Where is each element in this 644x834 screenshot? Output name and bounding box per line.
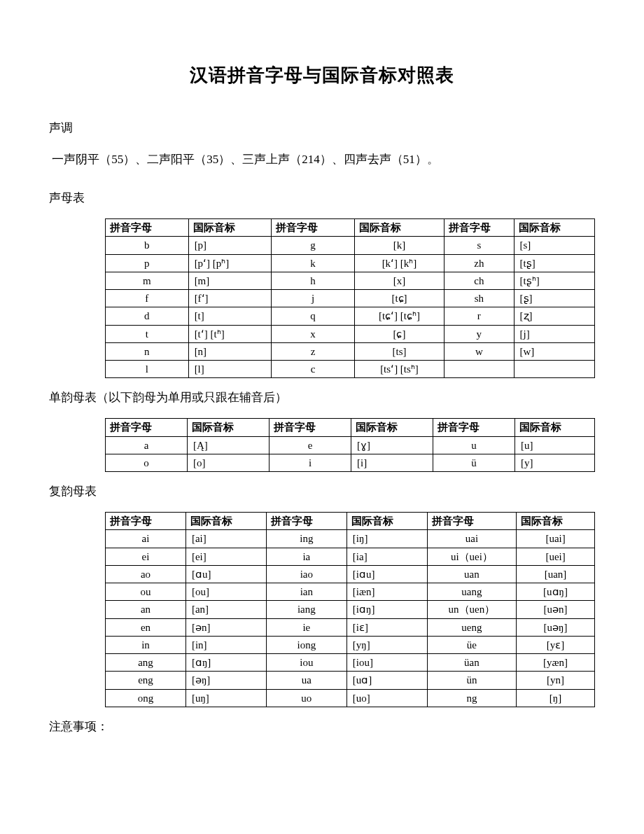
pinyin-cell: p [106, 254, 189, 272]
pinyin-cell: ie [266, 618, 346, 636]
table-row: an[an]iang[iɑŋ]un（uen）[uən] [106, 601, 595, 618]
pinyin-cell: n [106, 342, 189, 360]
ipa-cell: [iɑŋ] [346, 601, 427, 618]
pinyin-cell: u [433, 436, 515, 454]
pinyin-cell: ou [106, 583, 186, 601]
pinyin-cell: uo [266, 689, 346, 707]
pinyin-cell: üan [427, 654, 516, 672]
ipa-cell: [ɣ] [351, 436, 433, 454]
ipa-cell: [tɕʻ] [tɕʰ] [354, 307, 444, 325]
pinyin-cell: i [270, 454, 351, 471]
ipa-cell: [in] [186, 636, 266, 653]
ipa-cell: [an] [186, 601, 266, 618]
pinyin-cell: l [106, 361, 189, 378]
pinyin-cell: sh [444, 290, 514, 307]
table-header-row: 拼音字母 国际音标 拼音字母 国际音标 拼音字母 国际音标 [106, 513, 595, 530]
pinyin-cell: ei [106, 548, 186, 565]
ipa-cell: [l] [188, 361, 272, 378]
col-pinyin: 拼音字母 [272, 219, 355, 237]
pinyin-cell: t [106, 325, 189, 342]
col-ipa: 国际音标 [514, 219, 594, 237]
table-row: ang[ɑŋ]iou[iou]üan[yæn] [106, 654, 595, 672]
ipa-cell: [m] [188, 272, 272, 289]
pinyin-cell [444, 361, 514, 378]
pinyin-cell: un（uen） [427, 601, 516, 618]
pinyin-cell: h [272, 272, 355, 289]
pinyin-cell: iong [266, 636, 346, 653]
pinyin-cell: c [272, 361, 355, 378]
ipa-cell: [i] [351, 454, 433, 471]
col-pinyin: 拼音字母 [106, 219, 189, 237]
ipa-cell: [ɑu] [186, 565, 266, 583]
simple-finals-heading: 单韵母表（以下韵母为单用或只跟在辅音后） [49, 389, 595, 405]
pinyin-cell: ang [106, 654, 186, 672]
ipa-cell: [iɛ] [346, 618, 427, 636]
ipa-cell: [uo] [346, 689, 427, 707]
table-row: en[ən]ie[iɛ]ueng[uəŋ] [106, 618, 595, 636]
pinyin-cell: iou [266, 654, 346, 672]
table-row: l[l]c[tsʻ] [tsʰ] [106, 361, 595, 378]
ipa-cell: [k] [354, 237, 444, 254]
ipa-cell: [kʻ] [kʰ] [354, 254, 444, 272]
pinyin-cell: in [106, 636, 186, 653]
ipa-cell: [Ą] [188, 436, 270, 454]
pinyin-cell: ü [433, 454, 515, 471]
ipa-cell: [uɑŋ] [517, 583, 595, 601]
col-ipa: 国际音标 [346, 513, 427, 530]
col-pinyin: 拼音字母 [106, 513, 186, 530]
ipa-cell: [ai] [186, 530, 266, 548]
table-header-row: 拼音字母 国际音标 拼音字母 国际音标 拼音字母 国际音标 [106, 219, 595, 237]
pinyin-cell: iang [266, 601, 346, 618]
pinyin-cell: f [106, 290, 189, 307]
col-pinyin: 拼音字母 [266, 513, 346, 530]
table-row: n[n]z[ts]w[w] [106, 342, 595, 360]
col-pinyin: 拼音字母 [433, 419, 515, 436]
ipa-cell: [pʻ] [pʰ] [188, 254, 272, 272]
col-pinyin: 拼音字母 [427, 513, 516, 530]
col-ipa: 国际音标 [188, 219, 272, 237]
ipa-cell: [j] [514, 325, 594, 342]
pinyin-cell: ch [444, 272, 514, 289]
ipa-cell [514, 361, 594, 378]
ipa-cell: [p] [188, 237, 272, 254]
pinyin-cell: ia [266, 548, 346, 565]
pinyin-cell: w [444, 342, 514, 360]
pinyin-cell: iao [266, 565, 346, 583]
pinyin-cell: y [444, 325, 514, 342]
col-ipa: 国际音标 [188, 419, 270, 436]
table-row: ai[ai]ing[iŋ]uai[uai] [106, 530, 595, 548]
pinyin-cell: ing [266, 530, 346, 548]
ipa-cell: [w] [514, 342, 594, 360]
ipa-cell: [s] [514, 237, 594, 254]
ipa-cell: [tʻ] [tʰ] [188, 325, 272, 342]
pinyin-cell: eng [106, 672, 186, 689]
ipa-cell: [uən] [517, 601, 595, 618]
tones-heading: 声调 [49, 120, 595, 136]
pinyin-cell: d [106, 307, 189, 325]
ipa-cell: [iou] [346, 654, 427, 672]
pinyin-cell: ong [106, 689, 186, 707]
ipa-cell: [ŋ] [517, 689, 595, 707]
pinyin-cell: ao [106, 565, 186, 583]
ipa-cell: [ʐ] [514, 307, 594, 325]
ipa-cell: [y] [515, 454, 595, 471]
pinyin-cell: uang [427, 583, 516, 601]
ipa-cell: [n] [188, 342, 272, 360]
ipa-cell: [iŋ] [346, 530, 427, 548]
ipa-cell: [yɛ] [517, 636, 595, 653]
ipa-cell: [tʂ] [514, 254, 594, 272]
ipa-cell: [tʂʰ] [514, 272, 594, 289]
ipa-cell: [iɑu] [346, 565, 427, 583]
ipa-cell: [yŋ] [346, 636, 427, 653]
table-row: eng[əŋ]ua[uɑ]ün[yn] [106, 672, 595, 689]
col-ipa: 国际音标 [515, 419, 595, 436]
ipa-cell: [ɑŋ] [186, 654, 266, 672]
pinyin-cell: ng [427, 689, 516, 707]
ipa-cell: [uai] [517, 530, 595, 548]
ipa-cell: [iæn] [346, 583, 427, 601]
simple-finals-table: 拼音字母 国际音标 拼音字母 国际音标 拼音字母 国际音标 a[Ą]e[ɣ]u[… [105, 418, 595, 472]
pinyin-cell: z [272, 342, 355, 360]
pinyin-cell: x [272, 325, 355, 342]
pinyin-cell: ian [266, 583, 346, 601]
notes-heading: 注意事项： [49, 718, 595, 735]
